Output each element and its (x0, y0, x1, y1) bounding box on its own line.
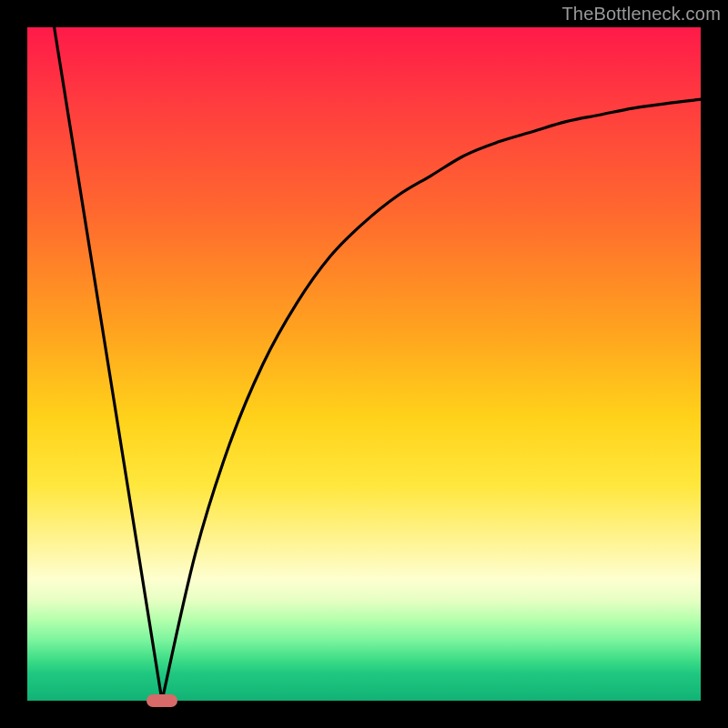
optimal-point-marker (147, 694, 177, 707)
bottleneck-curve (27, 27, 701, 701)
watermark-text: TheBottleneck.com (561, 4, 721, 25)
curve-path (55, 27, 701, 701)
chart-plot-area (27, 27, 701, 701)
chart-frame: TheBottleneck.com (0, 0, 728, 728)
